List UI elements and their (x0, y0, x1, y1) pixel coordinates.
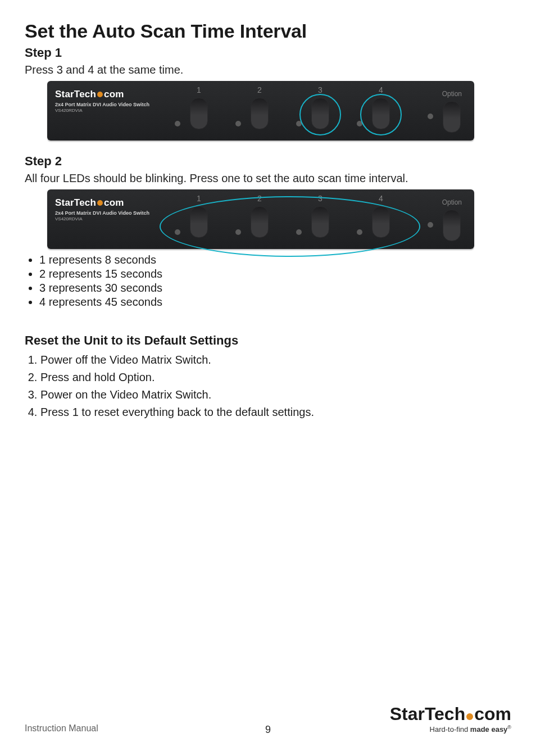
device-illustration-step1: StarTechcom 2x4 Port Matrix DVI Audio Vi… (47, 81, 511, 141)
list-item: 4 represents 45 seconds (39, 296, 511, 309)
brand-post: com (104, 89, 124, 100)
page-footer: Instruction Manual 9 StarTechcom Hard-to… (25, 704, 511, 734)
led-icon (428, 222, 433, 228)
port-4: 4 (363, 194, 399, 238)
port-button (311, 98, 329, 129)
led-icon (175, 121, 180, 126)
step1-heading: Step 1 (25, 46, 511, 60)
port-button (251, 206, 269, 238)
port-number: 3 (318, 85, 322, 94)
reset-heading: Reset the Unit to its Default Settings (25, 333, 511, 348)
instruction-manual-page: Set the Auto Scan Time Interval Step 1 P… (0, 0, 536, 756)
port-number: 1 (197, 85, 201, 94)
port-number: 2 (257, 85, 262, 94)
brand-pre: StarTech (55, 197, 96, 209)
device-ports-row: 1 2 3 4 (181, 194, 399, 238)
footer-brand: StarTechcom (390, 704, 511, 725)
device-illustration-step2: StarTechcom 2x4 Port Matrix DVI Audio Vi… (47, 189, 511, 249)
brand-pre: StarTech (390, 704, 466, 725)
led-icon (296, 121, 302, 126)
port-3: 3 (302, 85, 338, 129)
led-icon (235, 229, 241, 235)
interval-meaning-list: 1 represents 8 seconds 2 represents 15 s… (25, 253, 511, 309)
device-model: VS420RDVIA (55, 216, 149, 221)
device-product-line: 2x4 Port Matrix DVI Audio Video Switch (55, 211, 149, 216)
brand-post: com (474, 704, 511, 725)
port-number: 3 (318, 194, 322, 203)
option-block: Option (442, 90, 462, 133)
highlight-circle-icon (360, 94, 402, 135)
device-panel: StarTechcom 2x4 Port Matrix DVI Audio Vi… (47, 189, 474, 249)
port-button (190, 206, 208, 238)
brand-dot-icon (97, 200, 103, 206)
led-icon (296, 229, 302, 235)
port-button (372, 206, 390, 238)
list-item: Press and hold Option. (40, 371, 511, 384)
list-item: 2 represents 15 seconds (39, 268, 511, 280)
device-label-block: StarTechcom 2x4 Port Matrix DVI Audio Vi… (55, 197, 149, 221)
port-number: 4 (379, 194, 383, 203)
step2-text: All four LEDs should be blinking. Press … (25, 172, 511, 185)
port-button (190, 98, 208, 129)
option-label: Option (442, 90, 462, 98)
list-item: 3 represents 30 seconds (39, 282, 511, 295)
list-item: 1 represents 8 seconds (39, 253, 511, 266)
device-model: VS420RDVIA (55, 108, 149, 113)
device-brand: StarTechcom (55, 89, 149, 100)
led-icon (175, 229, 180, 235)
option-label: Option (442, 198, 462, 206)
step2-heading: Step 2 (25, 154, 511, 169)
led-icon (428, 114, 433, 119)
device-ports-row: 1 2 3 4 (181, 85, 399, 129)
brand-post: com (104, 197, 124, 209)
port-2: 2 (242, 85, 278, 129)
port-1: 1 (181, 85, 217, 129)
reset-steps-list: Power off the Video Matrix Switch. Press… (25, 354, 511, 419)
page-title: Set the Auto Scan Time Interval (25, 20, 511, 42)
page-number: 9 (25, 724, 511, 736)
port-number: 4 (379, 85, 383, 94)
port-button (251, 98, 269, 129)
list-item: Press 1 to reset everything back to the … (40, 406, 511, 419)
brand-dot-icon (97, 92, 103, 97)
led-icon (357, 121, 362, 126)
port-4: 4 (363, 85, 399, 129)
step1-text: Press 3 and 4 at the same time. (25, 64, 511, 76)
highlight-circle-icon (299, 94, 341, 135)
list-item: Power on the Video Matrix Switch. (40, 388, 511, 401)
device-brand: StarTechcom (55, 197, 149, 209)
led-icon (357, 229, 362, 235)
port-number: 1 (197, 194, 201, 203)
device-panel: StarTechcom 2x4 Port Matrix DVI Audio Vi… (47, 81, 474, 141)
option-button (443, 101, 461, 133)
device-product-line: 2x4 Port Matrix DVI Audio Video Switch (55, 102, 149, 108)
port-button (372, 98, 390, 129)
list-item: Power off the Video Matrix Switch. (40, 354, 511, 366)
brand-dot-icon (466, 713, 473, 720)
port-1: 1 (181, 194, 217, 238)
brand-pre: StarTech (55, 89, 96, 100)
option-button (443, 210, 461, 241)
device-label-block: StarTechcom 2x4 Port Matrix DVI Audio Vi… (55, 89, 149, 113)
port-3: 3 (302, 194, 338, 238)
led-icon (235, 121, 241, 126)
port-number: 2 (257, 194, 262, 203)
port-2: 2 (242, 194, 278, 238)
port-button (311, 206, 329, 238)
option-block: Option (442, 198, 462, 241)
